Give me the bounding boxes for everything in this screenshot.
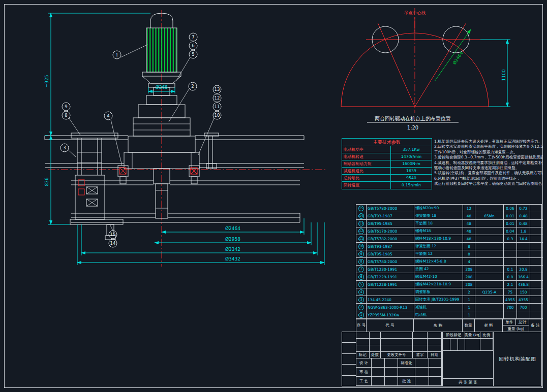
bom-unit-weight: 0.01: [504, 220, 517, 227]
balloon-9: 9: [65, 104, 67, 109]
balloon-8: 8: [65, 113, 67, 118]
bom-unit-weight: 4355: [504, 296, 517, 304]
bom-unit-weight: 75: [504, 288, 517, 296]
bom-code: [367, 288, 414, 296]
note-line: 5.试运转(空载)前，复查全部紧固件及密封件，确认无误后方可试车。: [434, 171, 543, 176]
label-weight: 质量 (kg): [465, 332, 480, 339]
param-label: 制动器制动力矩: [342, 160, 391, 167]
note-line: 6.风机梁(件3)与机架现场组焊，焊前需调平找正；: [434, 176, 543, 181]
label-sign: 签字: [413, 352, 428, 358]
dim-d4: Ø3432: [225, 256, 240, 262]
bom-qty: 48: [463, 235, 475, 243]
bom-material: [475, 281, 504, 288]
balloon-12: 12: [215, 95, 220, 101]
bom-total-weight: [517, 311, 530, 319]
bom-name: 弹簧垫圈 12: [414, 243, 463, 250]
note-line: 4.减速机、制动器按说明书要求加注润滑油，运转中定期检查补充，: [434, 160, 543, 166]
balloon-14: 14: [110, 241, 116, 246]
bom-seq: 3: [356, 296, 367, 304]
bom-header-total: 总计: [516, 319, 529, 325]
bom-unit-weight: [504, 250, 517, 258]
bom-remark: [530, 273, 542, 281]
titleblock-left-strip: [342, 332, 356, 386]
dimensions: Ø265 ~925 836 Ø2464 Ø2958 Ø3342 Ø3432: [44, 13, 324, 265]
note-line: 试运行前须检查回转平台水平度，确保驱动装置与回转齿圈啮合运转正常。: [434, 181, 543, 186]
balloon-5: 5: [192, 52, 194, 57]
bom-seq: 5: [356, 281, 367, 288]
bom-name: 平垫圈 12: [414, 250, 463, 258]
params-rows: 电动机功率357.1Kw电动机转速1470r/min制动器制动力矩1600N·m…: [342, 146, 432, 189]
dim-height-top: ~925: [44, 75, 49, 88]
balloon-3: 3: [63, 145, 66, 150]
note-line: 驱动小齿轮齿面及回转支承滚道定期加注润滑脂。: [434, 166, 543, 171]
balloon-11: 11: [215, 104, 220, 109]
bom-seq: 14: [356, 212, 367, 220]
main-assembly-drawing: Ø265 ~925 836 Ø2464 Ø2958 Ø3342 Ø3432 1: [5, 5, 336, 284]
bom-material: [475, 220, 504, 227]
bom-material: [475, 250, 504, 258]
bom-qty: 48: [463, 220, 475, 227]
bom-material: [475, 205, 504, 212]
bom-qty: 4: [463, 258, 475, 266]
bom-header-unit: 单件: [503, 319, 516, 325]
bom-seq: 2: [356, 304, 367, 311]
bom-seq: 8: [356, 258, 367, 266]
hoist-centerline-label: 吊点中心线: [404, 10, 426, 15]
bom-qty: 12: [463, 205, 475, 212]
bom-remark: [530, 281, 542, 288]
bom-seq: 7: [356, 266, 367, 273]
bom-total-weight: 14.4: [517, 235, 530, 243]
bom-total-weight: 0.48: [517, 212, 530, 220]
platform-beams: [45, 136, 304, 222]
param-label: 电动机功率: [342, 146, 391, 153]
param-value: 9540: [391, 175, 432, 181]
bom-code: GB/T5782-2000: [367, 235, 414, 243]
bom-remark: [530, 266, 542, 273]
bom-remark: [530, 296, 542, 304]
bom-remark: [530, 288, 542, 296]
placement-diagram: 吊点中心线 1100 Ø2464 两台回转驱动在机台上的布置位置 1:20: [336, 4, 545, 136]
bom-name: 螺母M18: [414, 227, 463, 235]
bom-unit-weight: 0.01: [504, 212, 517, 220]
bom-code: GB/T93-1987: [367, 212, 414, 220]
slewing-bearing: [118, 166, 199, 184]
note-line: 1.机架组焊后经去应力退火处理，变形校正后消除焊接内应力。: [434, 139, 543, 144]
bom-total-weight: 1.8: [517, 227, 530, 235]
bom-total-weight: 0.72: [517, 205, 530, 212]
param-value: 1600N·m: [391, 160, 432, 167]
bom-seq: 1: [356, 311, 367, 319]
bom-code: GB/T95-1985: [367, 220, 414, 227]
label-scale: 比例: [480, 332, 493, 339]
dim-motor-flange: Ø265: [156, 85, 168, 90]
placement-scale: 1:20: [407, 125, 418, 130]
bom-qty: 1: [463, 304, 475, 311]
drawing-title: 回转机构装配图: [494, 332, 541, 386]
parts-list-rows: 15GB/T5780-2000螺栓M20×90120.060.7214GB/T9…: [356, 204, 542, 319]
param-row: 电动机转速1470r/min: [342, 153, 432, 160]
bom-code: GB/T5780-2000: [367, 258, 414, 266]
bom-code: GB/T1228-1991: [367, 281, 414, 288]
bom-total-weight: [517, 243, 530, 250]
bom-material: [475, 266, 504, 273]
label-standardize: 标准化: [398, 358, 415, 368]
bom-seq: 9: [356, 250, 367, 258]
bom-total-weight: 20.8: [517, 266, 530, 273]
label-date: 日期: [428, 352, 442, 358]
right-support-bracket: [204, 133, 219, 169]
bom-material: [475, 273, 504, 281]
bom-remark: [530, 212, 542, 220]
bom-name: 螺栓M18×130-10.9: [414, 235, 463, 243]
bom-material: Q235-A: [475, 288, 504, 296]
balloon-15: 15: [110, 232, 116, 237]
bom-code: GB/T93-1987: [367, 243, 414, 250]
bom-material: [475, 258, 504, 266]
bom-seq: 4: [356, 288, 367, 296]
bom-qty: 1: [463, 296, 475, 304]
bom-qty: 208: [463, 281, 475, 288]
bom-header-code: 代 号: [367, 319, 414, 332]
params-title: 主要技术参数: [342, 139, 432, 146]
bom-seq: 6: [356, 273, 367, 281]
bom-header-weight-group: 单件 总计 重量 (kg): [503, 319, 529, 332]
bom-total-weight: 700: [517, 304, 530, 311]
bom-name: 螺母M42-10: [414, 273, 463, 281]
